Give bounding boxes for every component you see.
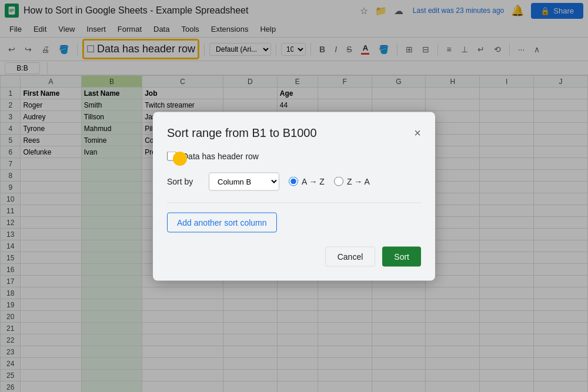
az-label: A → Z (302, 177, 325, 186)
dialog-divider (167, 202, 421, 203)
header-row-checkbox-row: Data has header row (167, 151, 421, 160)
za-radio-option[interactable]: Z → A (334, 177, 370, 186)
dialog-title: Sort range from B1 to B1000 (167, 126, 317, 139)
add-sort-column-button[interactable]: Add another sort column (167, 212, 277, 232)
az-radio-option[interactable]: A → Z (289, 177, 325, 186)
sort-by-row: Sort by Column B A → Z Z → A (167, 172, 421, 190)
cancel-button[interactable]: Cancel (325, 246, 376, 266)
annotation-circle (173, 152, 187, 166)
za-label: Z → A (347, 177, 370, 186)
za-radio[interactable] (334, 177, 343, 186)
sort-button[interactable]: Sort (382, 246, 421, 266)
dialog-header: Sort range from B1 to B1000 × (167, 126, 421, 139)
sort-dialog: Sort range from B1 to B1000 × Data has h… (153, 112, 435, 280)
sort-column-select[interactable]: Column B (209, 172, 279, 190)
dialog-close-button[interactable]: × (414, 126, 421, 139)
sort-order-group: A → Z Z → A (289, 177, 370, 186)
az-radio[interactable] (289, 177, 298, 186)
dialog-actions: Cancel Sort (167, 246, 421, 266)
sort-by-label: Sort by (167, 177, 199, 186)
header-row-checkbox-label: Data has header row (182, 151, 259, 160)
